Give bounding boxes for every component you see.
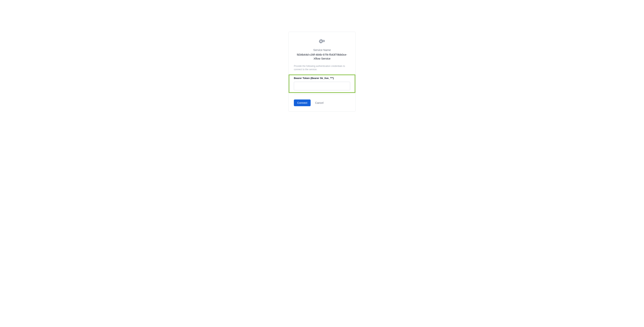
- bearer-token-label: Bearer Token (Bearer Sk_live_***): [294, 77, 350, 80]
- gears-icon: [319, 39, 325, 44]
- icon-container: [294, 39, 350, 44]
- service-name-value: fd34b44d-c39f-484b-97f4-f543f79bb0ce-Xfl…: [294, 53, 350, 61]
- highlighted-field-section: Bearer Token (Bearer Sk_live_***): [289, 75, 355, 93]
- button-row: Connect Cancel: [294, 100, 350, 106]
- instruction-text: Provide the following authentication cre…: [294, 65, 350, 71]
- connect-button[interactable]: Connect: [294, 100, 311, 106]
- divider-bottom: [294, 94, 350, 94]
- auth-dialog: Service Name fd34b44d-c39f-484b-97f4-f54…: [288, 32, 356, 112]
- cancel-button[interactable]: Cancel: [314, 100, 324, 106]
- service-name-label: Service Name: [294, 48, 350, 52]
- bearer-token-input[interactable]: [294, 82, 350, 90]
